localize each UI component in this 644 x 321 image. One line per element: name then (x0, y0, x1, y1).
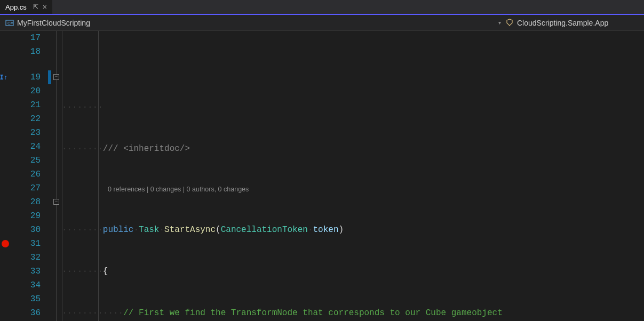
line-number: 33 (11, 264, 41, 278)
pin-icon[interactable]: ⇱ (33, 3, 38, 11)
close-icon[interactable]: × (43, 3, 47, 11)
line-number: 28 (11, 195, 41, 209)
csharp-project-icon: C# (5, 19, 14, 27)
tab-bar: App.cs ⇱ × (0, 0, 644, 15)
svg-text:C#: C# (7, 21, 13, 26)
tracking-indicator-icon: I↑ (0, 74, 7, 82)
line-number: 17 (11, 31, 41, 45)
fold-margin[interactable]: − − (51, 31, 62, 321)
codelens-indicator[interactable]: 0 references | 0 changes | 0 authors, 0 … (62, 186, 249, 193)
tab-label: App.cs (5, 3, 27, 11)
tab-app-cs[interactable]: App.cs ⇱ × (0, 0, 52, 14)
line-number: 36 (11, 306, 41, 320)
nav-member-label: CloudScripting.Sample.App (517, 19, 608, 27)
fold-toggle-icon[interactable]: − (53, 199, 59, 205)
line-number: 31 (11, 237, 41, 251)
line-number: 20 (11, 84, 41, 98)
line-number-gutter: 17 18 19 20 21 22 23 24 25 26 27 28 29 3… (11, 31, 48, 321)
nav-scope-dropdown[interactable]: C# MyFirstCloudScripting (0, 19, 494, 27)
line-number: 30 (11, 223, 41, 237)
line-number: 24 (11, 140, 41, 154)
line-number: 19 (11, 70, 41, 84)
line-number: 34 (11, 278, 41, 292)
code-area[interactable]: ········ ········/// <inheritdoc/> 0 ref… (62, 31, 644, 321)
line-number: 35 (11, 292, 41, 306)
code-editor[interactable]: I↑ 17 18 19 20 21 22 23 24 25 26 27 28 2… (0, 31, 644, 321)
line-number: 32 (11, 251, 41, 264)
xml-doc-comment: /// (103, 144, 123, 154)
chevron-down-icon[interactable]: ▾ (494, 20, 505, 26)
navigation-bar: C# MyFirstCloudScripting ▾ CloudScriptin… (0, 15, 644, 31)
line-number: 18 (11, 45, 41, 59)
line-number: 23 (11, 126, 41, 140)
nav-member-dropdown[interactable]: CloudScripting.Sample.App (505, 19, 644, 27)
line-number: 22 (11, 112, 41, 126)
line-number: 27 (11, 181, 41, 195)
line-number: 21 (11, 98, 41, 112)
line-number: 26 (11, 167, 41, 181)
class-icon (505, 19, 514, 27)
line-number: 29 (11, 209, 41, 223)
nav-scope-label: MyFirstCloudScripting (17, 19, 90, 27)
breakpoint-margin[interactable]: I↑ (0, 31, 11, 321)
fold-toggle-icon[interactable]: − (53, 74, 59, 80)
breakpoint-icon[interactable] (2, 240, 9, 247)
line-number: 25 (11, 154, 41, 167)
